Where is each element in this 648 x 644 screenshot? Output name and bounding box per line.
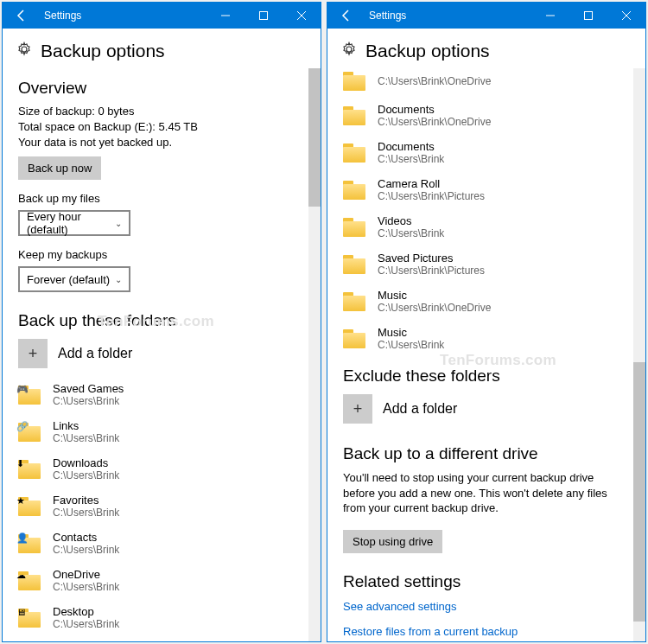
folder-name: Contacts — [53, 531, 119, 544]
folder-name: Saved Games — [53, 382, 124, 395]
folder-icon: 🖥 — [18, 609, 41, 628]
folder-item[interactable]: C:\Users\Brink\OneDrive — [343, 72, 625, 91]
folder-path: C:\Users\Brink — [53, 469, 119, 481]
folder-icon — [343, 143, 365, 163]
folder-item[interactable]: ⬇DownloadsC:\Users\Brink — [18, 456, 300, 481]
folder-item[interactable]: MusicC:\Users\Brink — [343, 326, 625, 351]
folder-icon: ★ — [18, 497, 41, 516]
folder-icon: 🎮 — [18, 386, 41, 405]
folder-path: C:\Users\Brink\OneDrive — [378, 302, 491, 314]
plus-icon: + — [343, 394, 372, 424]
different-drive-text: You'll need to stop using your current b… — [343, 470, 625, 516]
folder-icon — [343, 181, 365, 200]
folder-path: C:\Users\Brink — [53, 507, 119, 519]
backup-now-button[interactable]: Back up now — [18, 156, 101, 180]
folder-name: Desktop — [53, 605, 119, 618]
back-button[interactable] — [327, 3, 365, 29]
gear-icon — [16, 41, 32, 61]
gear-icon — [341, 41, 357, 61]
close-button[interactable] — [283, 3, 321, 29]
svg-rect-3 — [585, 12, 593, 20]
folder-name: Documents — [378, 103, 491, 116]
folder-path: C:\Users\Brink — [53, 618, 119, 630]
minimize-button[interactable] — [206, 3, 245, 29]
folder-name: Saved Pictures — [378, 252, 485, 265]
add-folder-label: Add a folder — [383, 401, 457, 417]
content-area: Overview Size of backup: 0 bytes Total s… — [3, 68, 321, 641]
page-title: Backup options — [41, 41, 165, 61]
folder-path: C:\Users\Brink\Pictures — [378, 265, 485, 277]
folder-path: C:\Users\Brink — [53, 581, 119, 593]
backup-folders-heading: Back up these folders — [18, 311, 300, 330]
folder-item[interactable]: ★FavoritesC:\Users\Brink — [18, 494, 300, 519]
folder-name: Music — [378, 326, 444, 339]
folder-item[interactable]: MusicC:\Users\Brink\OneDrive — [343, 289, 625, 314]
page-title: Backup options — [365, 41, 490, 61]
settings-window-right: Settings Backup options C:\Users\Brink\O… — [327, 2, 646, 642]
folder-name: Downloads — [53, 456, 119, 469]
folder-icon — [343, 292, 365, 311]
back-button[interactable] — [3, 3, 41, 29]
advanced-settings-link[interactable]: See advanced settings — [343, 600, 625, 613]
titlebar: Settings — [3, 3, 321, 29]
exclude-folders-heading: Exclude these folders — [343, 367, 625, 386]
folder-icon — [343, 218, 365, 237]
backup-space-text: Total space on Backup (E:): 5.45 TB — [18, 120, 300, 133]
folder-item[interactable]: VideosC:\Users\Brink — [343, 214, 625, 239]
folder-item[interactable]: DocumentsC:\Users\Brink\OneDrive — [343, 103, 625, 128]
different-drive-heading: Back up to a different drive — [343, 444, 625, 463]
folder-item[interactable]: DocumentsC:\Users\Brink — [343, 140, 625, 165]
folder-name: Music — [378, 289, 491, 302]
folder-path: C:\Users\Brink — [53, 432, 119, 444]
folder-name: Camera Roll — [378, 177, 485, 190]
plus-icon: + — [18, 339, 48, 368]
stop-using-drive-button[interactable]: Stop using drive — [343, 530, 442, 553]
svg-rect-1 — [260, 12, 268, 20]
folder-path: C:\Users\Brink\OneDrive — [378, 75, 491, 87]
overview-heading: Overview — [18, 79, 300, 98]
folder-item[interactable]: 👤ContactsC:\Users\Brink — [18, 531, 300, 556]
window-title: Settings — [41, 10, 206, 22]
keep-backups-value: Forever (default) — [27, 273, 110, 286]
folder-icon: ☁ — [18, 571, 41, 590]
folder-path: C:\Users\Brink — [378, 153, 444, 165]
add-folder-button[interactable]: + Add a folder — [18, 339, 300, 368]
folder-icon — [343, 255, 365, 274]
backup-frequency-select[interactable]: Every hour (default) ⌄ — [18, 210, 130, 236]
add-exclude-folder-button[interactable]: + Add a folder — [343, 394, 625, 424]
maximize-button[interactable] — [245, 3, 283, 29]
settings-window-left: Settings Backup options Overview Size of… — [2, 2, 321, 642]
backup-frequency-value: Every hour (default) — [27, 210, 115, 236]
content-area: C:\Users\Brink\OneDriveDocumentsC:\Users… — [327, 68, 645, 641]
folder-name: Favorites — [53, 494, 119, 507]
folder-path: C:\Users\Brink\OneDrive — [378, 116, 491, 128]
folder-name: Documents — [378, 140, 444, 153]
backup-status-text: Your data is not yet backed up. — [18, 136, 300, 149]
folder-name: Links — [53, 419, 119, 432]
folder-icon: ⬇ — [18, 460, 41, 479]
minimize-button[interactable] — [531, 3, 569, 29]
related-settings-heading: Related settings — [343, 572, 625, 591]
restore-files-link[interactable]: Restore files from a current backup — [343, 625, 625, 638]
folder-icon — [343, 106, 365, 125]
folder-icon — [343, 72, 365, 91]
page-header: Backup options — [327, 29, 645, 68]
folder-item[interactable]: 🎮Saved GamesC:\Users\Brink — [18, 382, 300, 407]
keep-backups-select[interactable]: Forever (default) ⌄ — [18, 266, 130, 292]
folder-item[interactable]: Saved PicturesC:\Users\Brink\Pictures — [343, 252, 625, 277]
folder-icon: 👤 — [18, 534, 41, 553]
folder-item[interactable]: Camera RollC:\Users\Brink\Pictures — [343, 177, 625, 202]
folder-item[interactable]: 🔗LinksC:\Users\Brink — [18, 419, 300, 444]
folder-item[interactable]: 🖥DesktopC:\Users\Brink — [18, 605, 300, 630]
window-title: Settings — [365, 10, 531, 22]
folder-icon: 🔗 — [18, 423, 41, 442]
close-button[interactable] — [607, 3, 645, 29]
maximize-button[interactable] — [569, 3, 607, 29]
backup-size-text: Size of backup: 0 bytes — [18, 105, 300, 118]
chevron-down-icon: ⌄ — [115, 219, 122, 228]
chevron-down-icon: ⌄ — [115, 275, 122, 284]
folder-name: OneDrive — [53, 568, 119, 581]
folder-icon — [343, 329, 365, 348]
folder-path: C:\Users\Brink — [53, 395, 124, 407]
folder-item[interactable]: ☁OneDriveC:\Users\Brink — [18, 568, 300, 593]
